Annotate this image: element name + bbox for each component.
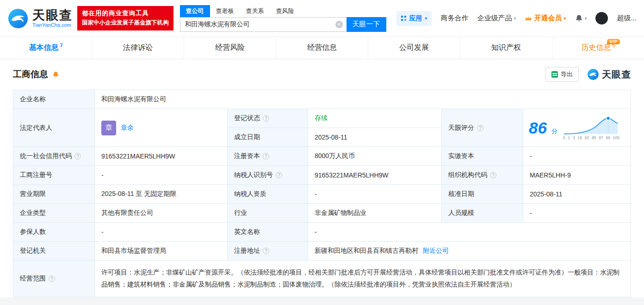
open-vip-menu[interactable]: 开通会员: [525, 14, 566, 23]
field-value-business-scope: 许可项目：水泥生产；非煤矿山矿产资源开采。（依法须经批准的项目，经相关部门批准后…: [95, 261, 631, 297]
business-info-table: 企业名称 和田海螺水泥有限公司 法定代表人 章 章余 登记状态 存续 成立日期 …: [13, 90, 631, 297]
watermark-logo: 天眼查: [587, 68, 631, 81]
tianyancha-logo[interactable]: 天眼查 TianYanCha.com: [7, 8, 73, 29]
field-value-org-code: MAER5LHH-9: [523, 166, 631, 185]
nearby-companies-link[interactable]: 附近公司: [423, 247, 449, 255]
field-value-business-term: 2025-08-11 至 无固定期限: [95, 185, 228, 204]
tab-company-development[interactable]: 公司发展: [368, 37, 460, 59]
monitor-bell-icon[interactable]: [52, 71, 60, 79]
chevron-down-icon: [564, 16, 566, 21]
username-label[interactable]: 超级...: [617, 14, 637, 23]
field-value-paid-capital: -: [523, 147, 631, 166]
enterprise-products-menu[interactable]: 企业级产品: [477, 14, 516, 23]
notifications-button[interactable]: [575, 14, 587, 23]
score-axis-tick: 99: [606, 135, 610, 140]
field-label-reg-number: 工商注册号: [13, 166, 95, 185]
field-label-establish-date: 成立日期: [228, 128, 308, 147]
user-avatar[interactable]: [595, 12, 608, 24]
score-axis-tick: 1: [568, 135, 570, 140]
help-icon[interactable]: [276, 172, 282, 178]
field-value-reg-number: -: [95, 166, 228, 185]
brand-domain: TianYanCha.com: [32, 22, 73, 28]
score-axis-tick: 15: [577, 135, 582, 140]
company-section-tabs: 基本信息 7 法律诉讼 经营风险 经营信息 公司发展 知识产权 历史信息 5 V…: [0, 37, 644, 59]
field-label-reg-status: 登记状态: [228, 109, 308, 128]
chevron-down-icon: [584, 16, 587, 21]
tab-operating-risk[interactable]: 经营风险: [184, 37, 276, 59]
legal-rep-avatar[interactable]: 章: [101, 121, 116, 135]
help-icon[interactable]: [490, 172, 496, 178]
field-label-company-name: 企业名称: [13, 90, 95, 109]
tab-label: 历史信息: [581, 43, 611, 53]
search-tab-relation[interactable]: 查关系: [240, 5, 270, 17]
apps-menu-button[interactable]: 应用: [396, 11, 432, 26]
field-label-english-name: 英文名称: [228, 223, 308, 242]
chevron-down-icon: [425, 16, 427, 21]
field-label-business-term: 营业期限: [13, 185, 95, 204]
help-icon[interactable]: [263, 248, 269, 254]
field-label-approval-date: 核准日期: [442, 185, 523, 204]
field-label-paid-capital: 实缴资本: [442, 147, 523, 166]
score-axis-tick: 0: [563, 135, 565, 140]
field-value-insured-count: -: [95, 223, 228, 242]
search-tab-risk[interactable]: 查风险: [270, 5, 300, 17]
field-label-company-type: 企业类型: [13, 204, 95, 223]
help-icon[interactable]: [263, 153, 269, 159]
score-curve-chart: 0 1 3 15 50 85 97 99 100: [563, 116, 619, 140]
field-label-legal-rep: 法定代表人: [13, 109, 95, 147]
tab-legal-proceedings[interactable]: 法律诉讼: [92, 37, 184, 59]
export-button[interactable]: 导出: [545, 67, 579, 82]
field-value-approval-date: 2025-08-11: [523, 185, 631, 204]
field-value-score[interactable]: 86 分 0 1 3 15 50 85 97 99: [523, 109, 631, 147]
score-unit: 分: [551, 127, 557, 135]
help-icon[interactable]: [477, 125, 483, 131]
help-icon[interactable]: [49, 275, 55, 282]
tab-label: 基本信息: [29, 43, 58, 53]
field-label-insured-count: 参保人数: [13, 223, 95, 242]
slogan-banner: 都在用的商业查询工具 国家中小企业发展子基金旗下机构: [77, 6, 173, 30]
field-value-credit-code: 91653221MAER5LHH9W: [95, 147, 228, 166]
vip-badge: VIP: [607, 39, 620, 44]
tab-label: 经营信息: [307, 43, 337, 53]
crown-icon: [525, 16, 532, 21]
tianyancha-logo-icon: [7, 8, 29, 29]
apps-label: 应用: [409, 14, 422, 23]
field-value-taxpayer-quality: -: [308, 185, 442, 204]
tab-history-info[interactable]: 历史信息 5 VIP: [552, 37, 644, 59]
excel-icon: [551, 71, 558, 78]
field-label-staff-size: 人员规模: [442, 204, 523, 223]
field-label-credit-code: 统一社会信用代码: [13, 147, 95, 166]
field-label-reg-authority: 登记机关: [13, 242, 95, 261]
tab-intellectual-property[interactable]: 知识产权: [460, 37, 552, 59]
field-label-taxpayer-id: 纳税人识别号: [228, 166, 308, 185]
search-input[interactable]: [180, 17, 347, 32]
watermark-logo-icon: [587, 68, 599, 80]
score-axis-tick: 50: [585, 135, 589, 140]
business-cooperation-link[interactable]: 商务合作: [440, 14, 468, 23]
field-value-legal-rep: 章 章余: [95, 109, 228, 147]
help-icon[interactable]: [74, 153, 81, 159]
tab-label: 经营风险: [215, 43, 245, 53]
search-block: 查公司 查老板 查关系 查风险 天眼一下: [180, 5, 386, 32]
field-value-staff-size: -: [523, 204, 631, 223]
header-menu: 应用 商务合作 企业级产品 开通会员 超级...: [396, 11, 637, 26]
tab-label: 公司发展: [399, 43, 429, 53]
tab-operating-info[interactable]: 经营信息: [276, 37, 368, 59]
clear-search-icon[interactable]: [335, 21, 343, 28]
search-tab-boss[interactable]: 查老板: [210, 5, 240, 17]
search-button[interactable]: 天眼一下: [347, 17, 386, 32]
score-axis-tick: 3: [573, 135, 575, 140]
field-value-taxpayer-id: 91653221MAER5LHH9W: [308, 166, 442, 185]
status-badge: 存续: [315, 114, 328, 122]
field-label-org-code: 组织机构代码: [442, 166, 523, 185]
export-label: 导出: [561, 70, 573, 79]
score-axis-tick: 85: [592, 135, 596, 140]
tab-label: 法律诉讼: [123, 43, 153, 53]
legal-rep-link[interactable]: 章余: [121, 124, 134, 132]
help-icon[interactable]: [263, 115, 269, 122]
field-label-reg-capital: 注册资本: [228, 147, 308, 166]
field-value-establish-date: 2025-08-11: [308, 128, 442, 147]
watermark-brand-text: 天眼查: [602, 68, 631, 81]
search-tab-company[interactable]: 查公司: [180, 5, 210, 17]
tab-basic-info[interactable]: 基本信息 7: [0, 37, 92, 59]
